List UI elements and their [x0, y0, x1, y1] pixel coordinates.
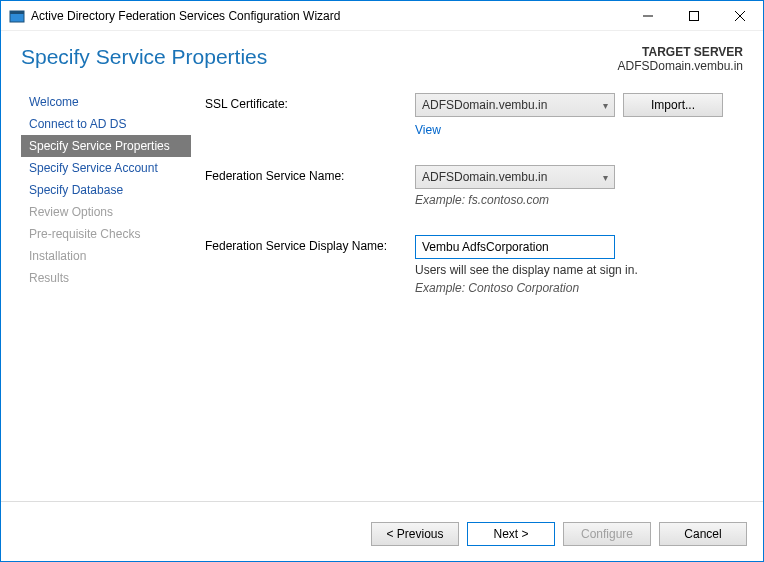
sidebar-item-installation: Installation	[21, 245, 191, 267]
row-display-name: Federation Service Display Name: Users w…	[205, 235, 743, 295]
sidebar-item-service-account[interactable]: Specify Service Account	[21, 157, 191, 179]
import-button[interactable]: Import...	[623, 93, 723, 117]
next-button[interactable]: Next >	[467, 522, 555, 546]
label-display-name: Federation Service Display Name:	[205, 235, 415, 253]
target-server-value: ADFSDomain.vembu.in	[618, 59, 743, 73]
body-row: Welcome Connect to AD DS Specify Service…	[21, 91, 743, 493]
app-icon	[9, 8, 25, 24]
label-fed-name: Federation Service Name:	[205, 165, 415, 183]
label-ssl-cert: SSL Certificate:	[205, 93, 415, 111]
ssl-cert-value: ADFSDomain.vembu.in	[422, 98, 547, 112]
display-name-input[interactable]	[415, 235, 615, 259]
header-row: Specify Service Properties TARGET SERVER…	[21, 45, 743, 73]
sidebar-item-connect[interactable]: Connect to AD DS	[21, 113, 191, 135]
titlebar: Active Directory Federation Services Con…	[1, 1, 763, 31]
sidebar-item-prereq: Pre-requisite Checks	[21, 223, 191, 245]
configure-button: Configure	[563, 522, 651, 546]
sidebar-item-review: Review Options	[21, 201, 191, 223]
fed-name-value: ADFSDomain.vembu.in	[422, 170, 547, 184]
sidebar-item-welcome[interactable]: Welcome	[21, 91, 191, 113]
minimize-button[interactable]	[625, 1, 671, 31]
display-name-info: Users will see the display name at sign …	[415, 263, 743, 277]
target-server-label: TARGET SERVER	[618, 45, 743, 59]
chevron-down-icon: ▾	[603, 100, 608, 111]
ssl-cert-dropdown[interactable]: ADFSDomain.vembu.in ▾	[415, 93, 615, 117]
display-name-example: Example: Contoso Corporation	[415, 281, 743, 295]
main-panel: SSL Certificate: ADFSDomain.vembu.in ▾ I…	[205, 91, 743, 493]
svg-rect-1	[10, 11, 24, 14]
page-title: Specify Service Properties	[21, 45, 267, 69]
svg-rect-3	[690, 11, 699, 20]
previous-button[interactable]: < Previous	[371, 522, 459, 546]
fed-name-example: Example: fs.contoso.com	[415, 193, 743, 207]
sidebar-item-results: Results	[21, 267, 191, 289]
wizard-window: Active Directory Federation Services Con…	[0, 0, 764, 562]
wizard-sidebar: Welcome Connect to AD DS Specify Service…	[21, 91, 191, 493]
row-ssl-cert: SSL Certificate: ADFSDomain.vembu.in ▾ I…	[205, 93, 743, 137]
sidebar-item-service-properties[interactable]: Specify Service Properties	[21, 135, 191, 157]
chevron-down-icon: ▾	[603, 172, 608, 183]
close-button[interactable]	[717, 1, 763, 31]
sidebar-item-database[interactable]: Specify Database	[21, 179, 191, 201]
row-fed-name: Federation Service Name: ADFSDomain.vemb…	[205, 165, 743, 207]
content-area: Specify Service Properties TARGET SERVER…	[1, 31, 763, 501]
cancel-button[interactable]: Cancel	[659, 522, 747, 546]
target-server-block: TARGET SERVER ADFSDomain.vembu.in	[618, 45, 743, 73]
wizard-footer: < Previous Next > Configure Cancel	[1, 501, 763, 561]
view-link[interactable]: View	[415, 123, 743, 137]
fed-name-dropdown[interactable]: ADFSDomain.vembu.in ▾	[415, 165, 615, 189]
window-title: Active Directory Federation Services Con…	[31, 9, 340, 23]
maximize-button[interactable]	[671, 1, 717, 31]
